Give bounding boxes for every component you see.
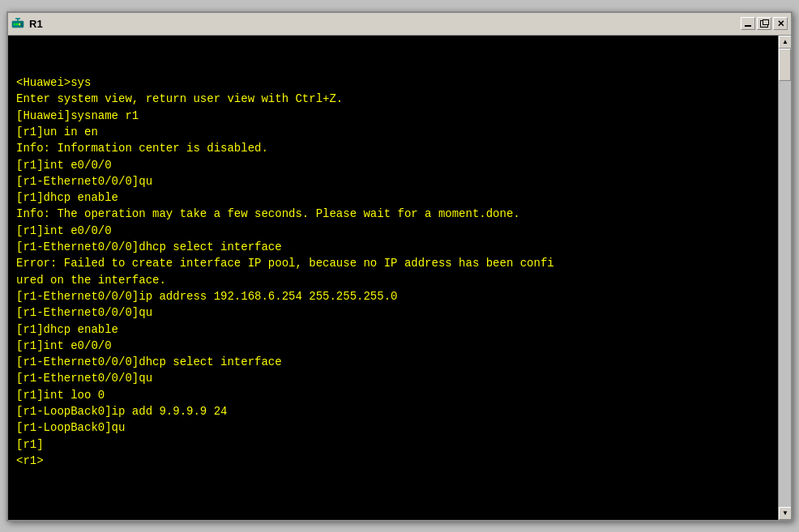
terminal-window: R1 ✕ <Huawei>sysEnter system view, retur… (6, 11, 793, 521)
terminal-line: [r1-Ethernet0/0/0]dhcp select interface (16, 354, 770, 370)
terminal-line: [r1]int e0/0/0 (16, 223, 770, 239)
terminal-line: [r1-Ethernet0/0/0]ip address 192.168.6.2… (16, 288, 770, 304)
router-icon (11, 17, 24, 30)
title-bar-left: R1 (11, 17, 43, 30)
minimize-button[interactable] (741, 17, 755, 30)
scrollbar[interactable]: ▲ ▼ (778, 36, 791, 520)
terminal-line: [r1-Ethernet0/0/0]qu (16, 370, 770, 386)
terminal-line: [r1-LoopBack0]ip add 9.9.9.9 24 (16, 403, 770, 419)
terminal-line: [Huawei]sysname r1 (16, 108, 770, 124)
terminal-line: [r1]int e0/0/0 (16, 338, 770, 354)
terminal-line: ured on the interface. (16, 272, 770, 288)
terminal-line: Enter system view, return user view with… (16, 91, 770, 107)
svg-point-1 (14, 23, 15, 25)
window-title: R1 (29, 18, 43, 30)
scroll-down-button[interactable]: ▼ (779, 507, 791, 520)
svg-rect-4 (21, 22, 23, 27)
terminal-line: Info: The operation may take a few secon… (16, 206, 770, 222)
scroll-track[interactable] (779, 49, 791, 507)
terminal-output[interactable]: <Huawei>sysEnter system view, return use… (8, 36, 778, 520)
title-bar-buttons: ✕ (741, 17, 788, 30)
minimize-icon (745, 25, 751, 27)
terminal-line: Info: Information center is disabled. (16, 140, 770, 156)
scroll-thumb[interactable] (779, 49, 791, 81)
terminal-line: Error: Failed to create interface IP poo… (16, 255, 770, 271)
terminal-line: [r1]un in en (16, 124, 770, 140)
title-bar: R1 ✕ (8, 13, 791, 36)
terminal-line: [r1-Ethernet0/0/0]dhcp select interface (16, 239, 770, 255)
close-button[interactable]: ✕ (773, 17, 788, 30)
terminal-line: [r1-Ethernet0/0/0]qu (16, 173, 770, 189)
restore-button[interactable] (757, 17, 771, 30)
terminal-line: [r1] (16, 436, 770, 453)
svg-point-2 (16, 23, 18, 25)
terminal-line: [r1]dhcp enable (16, 189, 770, 206)
terminal-line: [r1]int e0/0/0 (16, 157, 770, 173)
close-icon: ✕ (777, 19, 784, 28)
terminal-line: [r1]dhcp enable (16, 321, 770, 338)
scroll-up-button[interactable]: ▲ (779, 36, 791, 49)
restore-icon (760, 20, 768, 28)
terminal-line: <Huawei>sys (16, 74, 770, 91)
terminal-line: [r1-Ethernet0/0/0]qu (16, 304, 770, 321)
terminal-line: [r1-LoopBack0]qu (16, 419, 770, 436)
terminal-line: <r1> (16, 453, 770, 469)
content-area: <Huawei>sysEnter system view, return use… (8, 36, 791, 520)
terminal-line: [r1]int loo 0 (16, 387, 770, 403)
svg-point-3 (19, 23, 20, 25)
